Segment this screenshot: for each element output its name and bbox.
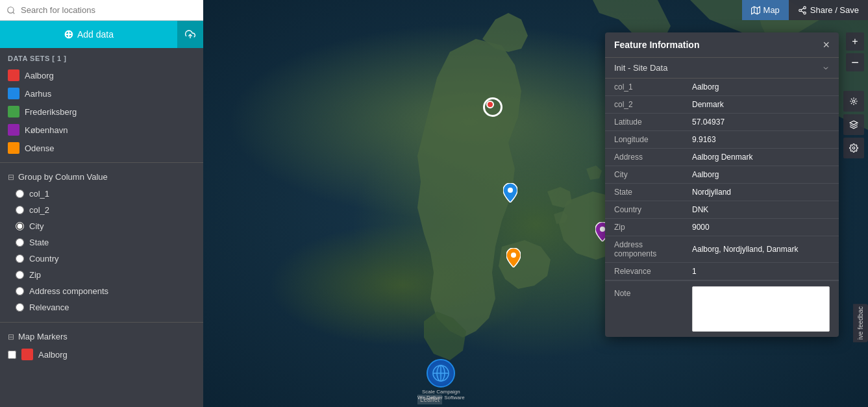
dataset-color: [8, 69, 19, 81]
dataset-color: [8, 142, 19, 154]
field-value: 9000: [683, 219, 839, 236]
radio-item-col_1[interactable]: col_1: [16, 187, 203, 201]
expand-icon: ⊟: [8, 173, 14, 182]
upload-button[interactable]: [177, 21, 203, 48]
expand-icon-markers: ⊟: [8, 332, 14, 341]
radio-relevance[interactable]: [16, 303, 24, 312]
field-value: Aalborg: [683, 166, 839, 184]
sidebar: ⊕ Add data DATA SETS [ 1 ] Aalborg Aarhu…: [0, 0, 203, 407]
field-key: Relevance: [605, 263, 683, 280]
marker-list: Aalborg: [0, 345, 203, 364]
radio-item-city[interactable]: City: [16, 219, 203, 233]
field-value: Aalborg, Nordjylland, Danmark: [683, 236, 839, 263]
note-textarea[interactable]: [692, 286, 830, 332]
radio-label-country: Country: [29, 254, 59, 264]
table-row: Address components Aalborg, Nordjylland,…: [605, 236, 839, 263]
layers-button[interactable]: [843, 114, 864, 135]
note-label: Note: [614, 286, 686, 298]
field-value: 9.9163: [683, 131, 839, 149]
table-row: Address Aalborg Denmark: [605, 149, 839, 166]
feature-table: col_1 Aalborg col_2 Denmark Latitude 57.…: [605, 79, 839, 280]
map-container[interactable]: Map Share / Save + −: [203, 0, 868, 407]
radio-item-state[interactable]: State: [16, 236, 203, 249]
leaflet-attribution: Leaflet: [417, 395, 442, 404]
feature-dropdown-label: Init - Site Data: [614, 63, 667, 73]
radio-city[interactable]: [16, 222, 24, 230]
search-bar: [0, 0, 203, 21]
radio-item-col_2[interactable]: col_2: [16, 203, 203, 217]
table-row: Zip 9000: [605, 219, 839, 236]
search-input[interactable]: [21, 5, 197, 15]
zoom-in-button[interactable]: +: [846, 32, 864, 51]
radio-address_components[interactable]: [16, 287, 24, 295]
field-value: Nordjylland: [683, 184, 839, 201]
svg-point-11: [804, 12, 806, 14]
field-key: Country: [605, 201, 683, 219]
add-data-button[interactable]: ⊕ Add data: [0, 21, 177, 48]
field-key: State: [605, 184, 683, 201]
svg-marker-6: [751, 6, 760, 14]
svg-point-14: [852, 100, 855, 103]
dataset-color: [8, 106, 19, 117]
svg-point-4: [511, 253, 516, 258]
dataset-item: Aarhus: [0, 84, 203, 103]
radio-label-col_1: col_1: [29, 189, 49, 199]
feature-panel-close-button[interactable]: ×: [823, 39, 830, 51]
feature-panel-title: Feature Information: [614, 40, 699, 50]
dataset-name: Aarhus: [25, 89, 51, 99]
share-save-button[interactable]: Share / Save: [789, 0, 868, 20]
group-by-header[interactable]: ⊟ Group by Column Value: [0, 168, 203, 186]
marker-odense[interactable]: [506, 248, 521, 267]
add-data-label: Add data: [77, 29, 114, 40]
marker-aarhus[interactable]: [503, 183, 517, 203]
give-feedback[interactable]: ive feedbac: [853, 304, 868, 342]
radio-label-state: State: [29, 238, 49, 247]
feature-panel-header: Feature Information ×: [605, 32, 839, 58]
dataset-name: Aalborg: [25, 71, 54, 80]
side-controls: [843, 91, 864, 158]
radio-col_1[interactable]: [16, 190, 24, 198]
map-markers-label: Map Markers: [18, 332, 68, 341]
locate-icon: [849, 97, 858, 106]
table-row: Relevance 1: [605, 263, 839, 280]
radio-group: col_1 col_2 City State Country Zip Addre…: [0, 186, 203, 317]
field-key: Latitude: [605, 114, 683, 131]
radio-col_2[interactable]: [16, 206, 24, 214]
radio-item-address_components[interactable]: Address components: [16, 284, 203, 298]
field-key: Zip: [605, 219, 683, 236]
marker-checkbox-aalborg[interactable]: [8, 351, 16, 359]
dataset-list: Aalborg Aarhus Frederiksberg København O…: [0, 66, 203, 157]
layers-icon: [849, 120, 858, 129]
map-markers-header[interactable]: ⊟ Map Markers: [0, 328, 203, 345]
locate-button[interactable]: [843, 91, 864, 112]
share-icon: [798, 6, 807, 15]
dataset-item: Frederiksberg: [0, 103, 203, 121]
radio-item-zip[interactable]: Zip: [16, 268, 203, 282]
note-section: Note: [605, 280, 839, 337]
radio-country[interactable]: [16, 254, 24, 263]
group-by-label: Group by Column Value: [18, 172, 108, 182]
feature-dropdown[interactable]: Init - Site Data: [605, 58, 839, 79]
svg-point-16: [852, 147, 855, 149]
upload-icon: [185, 29, 195, 40]
field-value: DNK: [683, 201, 839, 219]
field-key: Address: [605, 149, 683, 166]
field-value: 57.04937: [683, 114, 839, 131]
radio-state[interactable]: [16, 238, 24, 247]
radio-zip[interactable]: [16, 271, 24, 279]
field-value: Denmark: [683, 96, 839, 114]
svg-line-12: [801, 10, 804, 12]
radio-item-country[interactable]: Country: [16, 252, 203, 265]
field-value: Aalborg Denmark: [683, 149, 839, 166]
marker-name: Aalborg: [38, 350, 68, 360]
radio-label-relevance: Relevance: [29, 302, 69, 312]
radio-label-zip: Zip: [29, 270, 41, 280]
marker-aalborg[interactable]: [486, 101, 494, 108]
radio-item-relevance[interactable]: Relevance: [16, 301, 203, 314]
map-button[interactable]: Map: [742, 0, 789, 20]
zoom-out-button[interactable]: −: [846, 53, 864, 71]
logo-circle: [427, 359, 455, 388]
settings-button[interactable]: [843, 138, 864, 158]
share-save-label: Share / Save: [810, 5, 859, 15]
svg-line-1: [13, 12, 15, 14]
